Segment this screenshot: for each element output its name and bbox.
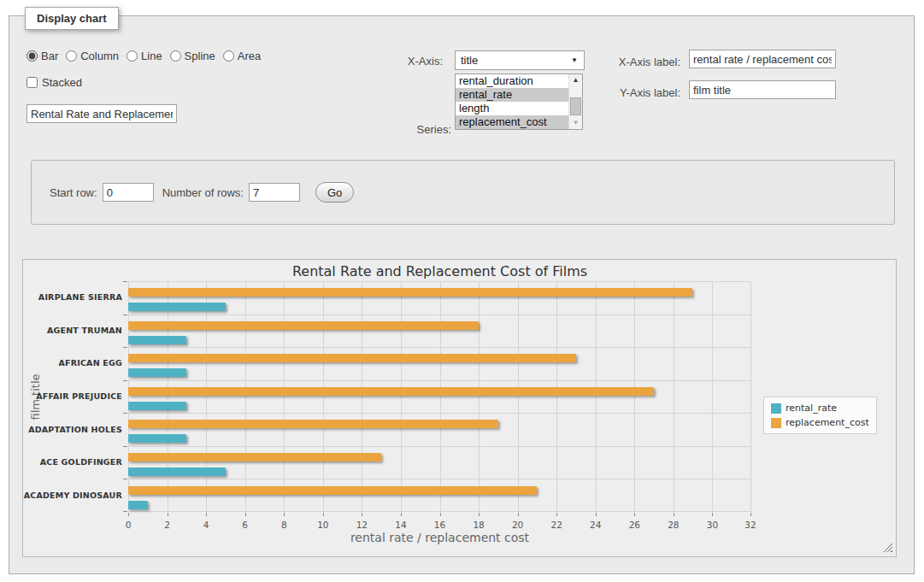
chart-type-label-bar: Bar [41, 50, 58, 62]
chart-type-option-spline[interactable]: Spline [170, 50, 215, 62]
chart-container: Rental Rate and Replacement Cost of Film… [22, 259, 897, 557]
series-list-label: Series: [379, 123, 451, 136]
category-label: AFFAIR PREJUDICE [23, 391, 122, 401]
x-axis-tick [323, 513, 324, 516]
chart-type-radio-spline[interactable] [170, 50, 181, 62]
legend-item-rental_rate[interactable]: rental_rate [771, 403, 869, 414]
chart-type-option-bar[interactable]: Bar [26, 50, 58, 62]
x-axis-tick-label: 24 [579, 520, 613, 530]
start-row-label: Start row: [50, 186, 97, 199]
y-axis-tick [123, 413, 127, 414]
grid-line-vertical [440, 281, 441, 512]
x-axis-tick-label: 4 [189, 520, 223, 530]
chart-type-radio-column[interactable] [66, 50, 77, 62]
x-axis-select-label: X-Axis: [370, 55, 443, 68]
series-option-length[interactable]: length [456, 102, 568, 115]
grid-line-vertical [596, 281, 597, 512]
scroll-up-icon[interactable]: ▲ [569, 74, 582, 86]
grid-line-vertical [245, 281, 246, 512]
bar-replacement_cost[interactable] [128, 387, 654, 396]
grid-line-horizontal [128, 479, 751, 479]
grid-line-vertical [284, 281, 285, 512]
grid-line-vertical [168, 281, 168, 512]
stacked-checkbox[interactable] [26, 77, 38, 88]
stacked-option[interactable]: Stacked [26, 76, 82, 89]
y-axis-tick [123, 281, 127, 282]
start-row-input[interactable] [103, 183, 154, 202]
chart-type-option-line[interactable]: Line [127, 50, 162, 62]
panel-title: Display chart [25, 7, 119, 30]
chart-type-option-area[interactable]: Area [223, 50, 261, 62]
resize-grip-icon[interactable] [883, 543, 892, 552]
bar-rental_rate[interactable] [128, 434, 186, 443]
x-axis-label-field-label: X-Axis label: [599, 56, 680, 68]
chart-type-option-column[interactable]: Column [66, 50, 119, 62]
x-axis-tick [712, 513, 713, 516]
series-option-rental_rate[interactable]: rental_rate [456, 88, 568, 102]
x-axis-tick [596, 513, 597, 516]
x-axis-tick-label: 8 [267, 520, 301, 530]
chart-title-input[interactable] [26, 104, 177, 123]
chart-type-label-line: Line [141, 50, 162, 62]
legend-item-replacement_cost[interactable]: replacement_cost [771, 417, 869, 428]
series-listbox[interactable]: rental_durationrental_ratelengthreplacem… [455, 73, 583, 130]
x-axis-tick-label: 26 [617, 520, 651, 530]
go-button[interactable]: Go [315, 182, 354, 203]
scrollbar-thumb[interactable] [570, 97, 581, 115]
bar-rental_rate[interactable] [128, 368, 186, 377]
x-axis-tick [401, 513, 402, 516]
bar-rental_rate[interactable] [128, 501, 148, 509]
bar-rental_rate[interactable] [128, 303, 226, 311]
grid-line-vertical [401, 281, 402, 512]
page: Display chart Bar Column Line Spline Are… [0, 0, 924, 582]
x-axis-tick-label: 16 [423, 520, 457, 530]
scroll-down-icon[interactable]: ▼ [569, 117, 582, 129]
x-axis-tick-label: 22 [539, 520, 574, 530]
grid-line-vertical [556, 281, 557, 512]
bar-replacement_cost[interactable] [128, 420, 498, 428]
bar-replacement_cost[interactable] [128, 453, 381, 461]
category-label: AIRPLANE SIERRA [23, 292, 122, 302]
series-list-scrollbar[interactable]: ▲ ▼ [568, 74, 582, 129]
grid-line-vertical [323, 281, 324, 512]
x-axis-tick-label: 6 [228, 520, 262, 530]
bar-rental_rate[interactable] [128, 402, 186, 410]
x-axis-tick-label: 28 [656, 520, 691, 530]
chart-type-radio-group: Bar Column Line Spline Area [26, 50, 261, 62]
series-options: rental_durationrental_ratelengthreplacem… [456, 74, 568, 129]
legend-swatch [771, 418, 781, 428]
bar-replacement_cost[interactable] [128, 321, 479, 330]
chart-type-radio-area[interactable] [223, 50, 234, 62]
x-axis-label-input[interactable] [689, 50, 836, 68]
bar-replacement_cost[interactable] [128, 288, 692, 297]
x-axis-select[interactable]: title ▼ [455, 50, 585, 70]
x-axis-tick [440, 513, 441, 516]
x-axis-tick [362, 513, 362, 516]
x-axis-tick-label: 20 [501, 520, 535, 530]
y-axis-tick [123, 446, 127, 447]
bar-replacement_cost[interactable] [128, 486, 537, 495]
grid-line-vertical [362, 281, 362, 512]
number-of-rows-input[interactable] [249, 183, 300, 202]
chart-type-radio-bar[interactable] [26, 50, 38, 62]
category-label: ADAPTATION HOLES [23, 425, 122, 434]
bar-replacement_cost[interactable] [128, 354, 576, 362]
grid-line-vertical [750, 281, 751, 512]
grid-line-vertical [206, 281, 207, 512]
y-axis-tick [123, 347, 127, 348]
series-option-replacement_cost[interactable]: replacement_cost [456, 115, 568, 129]
series-option-rental_duration[interactable]: rental_duration [456, 74, 568, 88]
x-axis-tick [556, 513, 557, 516]
x-axis-tick [206, 513, 207, 516]
x-axis-selected-value: title [456, 54, 478, 67]
bar-rental_rate[interactable] [128, 336, 186, 344]
bar-rental_rate[interactable] [128, 467, 226, 476]
chart-type-radio-line[interactable] [127, 50, 138, 62]
y-axis-tick [123, 315, 127, 315]
stacked-label: Stacked [42, 76, 82, 89]
grid-line-vertical [518, 281, 519, 512]
display-chart-panel: Display chart Bar Column Line Spline Are… [9, 15, 915, 574]
grid-line-vertical [674, 281, 674, 512]
row-range-box: Start row: Number of rows: Go [31, 160, 895, 225]
y-axis-label-input[interactable] [689, 80, 836, 99]
